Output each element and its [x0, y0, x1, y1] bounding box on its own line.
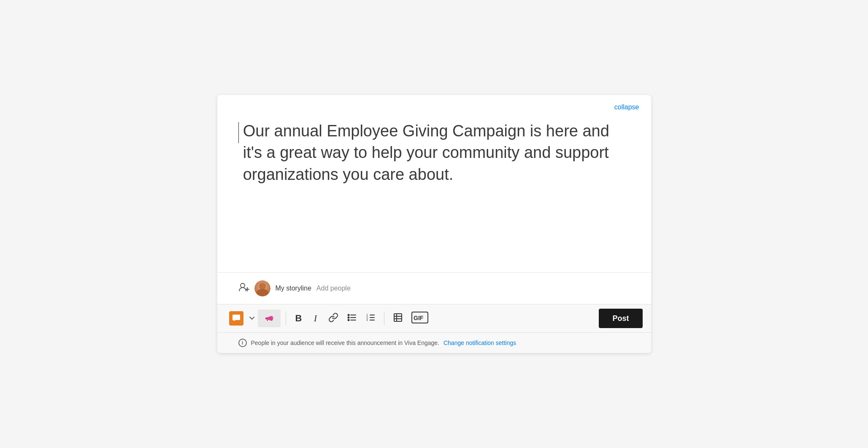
editor-container: collapse Our annual Employee Giving Camp… [217, 95, 651, 353]
svg-rect-19 [394, 314, 402, 321]
svg-rect-5 [265, 318, 267, 319]
svg-point-12 [348, 319, 349, 320]
gif-button[interactable]: GIF [408, 310, 432, 327]
bold-icon: B [295, 313, 302, 324]
link-icon [328, 312, 338, 325]
svg-text:GIF: GIF [414, 315, 424, 321]
svg-point-11 [348, 317, 349, 318]
svg-point-0 [241, 283, 245, 288]
italic-icon: I [314, 313, 317, 324]
list-button[interactable] [343, 310, 360, 327]
storyline-label: My storyline [276, 285, 311, 292]
toolbar-chat-group [226, 310, 256, 327]
block-button[interactable] [389, 310, 406, 327]
editor-content[interactable]: Our annual Employee Giving Campaign is h… [239, 120, 630, 185]
chat-type-button[interactable] [226, 310, 247, 327]
svg-point-10 [348, 314, 349, 315]
bold-button[interactable]: B [291, 310, 306, 327]
numbered-list-icon: 1 2 3 [365, 312, 376, 325]
audience-bar: My storyline Add people [217, 272, 651, 304]
announce-icon [261, 310, 277, 326]
notification-settings-link[interactable]: Change notification settings [443, 339, 516, 346]
post-button[interactable]: Post [599, 309, 642, 328]
info-icon: i [238, 339, 247, 347]
chat-type-dropdown[interactable] [248, 310, 256, 327]
editor-body: Our annual Employee Giving Campaign is h… [217, 95, 651, 272]
svg-rect-4 [233, 315, 240, 320]
toolbar-divider-1 [286, 312, 286, 325]
chat-icon [229, 311, 243, 326]
add-people-button[interactable]: Add people [316, 285, 351, 292]
avatar [254, 280, 270, 296]
svg-point-6 [272, 316, 273, 318]
toolbar-divider-2 [384, 312, 384, 325]
notification-bar: i People in your audience will receive t… [217, 332, 651, 353]
block-icon [393, 312, 403, 325]
link-button[interactable] [325, 310, 342, 327]
gif-icon: GIF [411, 312, 428, 326]
numbered-list-button[interactable]: 1 2 3 [362, 310, 379, 327]
announcement-button[interactable] [258, 310, 281, 327]
italic-button[interactable]: I [308, 310, 323, 327]
svg-text:3: 3 [366, 318, 368, 321]
notification-text: People in your audience will receive thi… [251, 339, 439, 346]
add-people-icon[interactable] [238, 282, 249, 295]
list-icon [347, 312, 357, 325]
toolbar: B I [217, 304, 651, 332]
